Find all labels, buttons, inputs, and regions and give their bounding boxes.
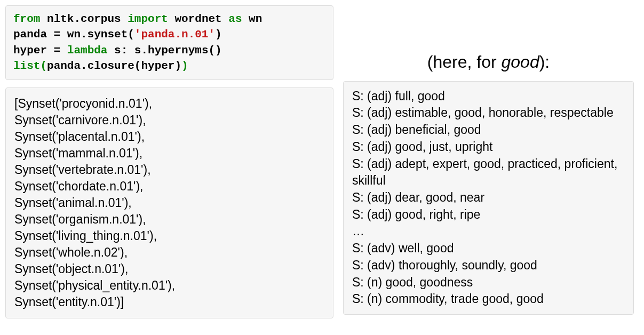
keyword-lambda: lambda — [67, 44, 108, 57]
output-line: Synset('physical_entity.n.01'), — [14, 277, 324, 294]
synset-line: … — [352, 223, 625, 240]
output-line: Synset('mammal.n.01'), — [14, 145, 324, 162]
heading: (here, for good): — [343, 51, 634, 74]
synset-line: S: (adj) full, good — [352, 88, 625, 105]
code-text: panda.closure(hyper) — [47, 60, 181, 72]
output-line: Synset('placental.n.01'), — [14, 129, 324, 145]
keyword-list: list — [13, 60, 40, 72]
synset-list-block: S: (adj) full, good S: (adj) estimable, … — [343, 81, 634, 315]
output-line: [Synset('procyonid.n.01'), — [14, 95, 324, 112]
code-text: wn — [242, 13, 263, 25]
output-line: Synset('chordate.n.01'), — [14, 178, 324, 195]
code-block: from nltk.corpus import wordnet as wn pa… — [5, 5, 333, 80]
synset-line: S: (adv) thoroughly, soundly, good — [352, 257, 625, 274]
right-column: (here, for good): S: (adj) full, good S:… — [343, 5, 634, 318]
slide-content: from nltk.corpus import wordnet as wn pa… — [5, 5, 639, 318]
output-block: [Synset('procyonid.n.01'), Synset('carni… — [5, 87, 333, 319]
output-line: Synset('living_thing.n.01'), — [14, 228, 324, 244]
output-line: Synset('entity.n.01')] — [14, 294, 324, 310]
code-text: wordnet — [168, 13, 228, 25]
heading-word: good — [501, 52, 539, 71]
output-line: Synset('object.n.01'), — [14, 261, 324, 277]
synset-line: S: (adj) good, just, upright — [352, 139, 625, 156]
string-literal: 'panda.n.01' — [134, 28, 215, 41]
synset-line: S: (adj) good, right, ripe — [352, 206, 625, 224]
output-line: Synset('organism.n.01'), — [14, 211, 324, 228]
code-text: hyper = — [13, 44, 67, 57]
heading-post: ): — [539, 52, 550, 71]
paren-open: ( — [40, 60, 47, 72]
output-line: Synset('whole.n.02'), — [14, 244, 324, 261]
output-line: Synset('carnivore.n.01'), — [14, 112, 324, 129]
code-text: panda = wn.synset( — [13, 28, 134, 41]
code-text: s: s.hypernyms() — [107, 44, 221, 57]
output-line: Synset('vertebrate.n.01'), — [14, 162, 324, 178]
keyword-as: as — [228, 13, 242, 25]
code-text: ) — [215, 28, 222, 41]
synset-line: S: (adj) beneficial, good — [352, 122, 625, 139]
synset-line: S: (adj) adept, expert, good, practiced,… — [352, 156, 625, 189]
synset-line: S: (n) good, goodness — [352, 274, 625, 291]
synset-line: S: (adv) well, good — [352, 240, 625, 257]
synset-line: S: (adj) dear, good, near — [352, 189, 625, 206]
synset-line: S: (adj) estimable, good, honorable, res… — [352, 105, 625, 122]
code-text: nltk.corpus — [40, 13, 128, 25]
keyword-import: import — [128, 13, 168, 25]
paren-close: ) — [181, 60, 188, 72]
output-line: Synset('animal.n.01'), — [14, 195, 324, 211]
keyword-from: from — [13, 13, 40, 25]
left-column: from nltk.corpus import wordnet as wn pa… — [5, 5, 333, 318]
synset-line: S: (n) commodity, trade good, good — [352, 291, 625, 308]
heading-pre: (here, for — [427, 52, 502, 71]
